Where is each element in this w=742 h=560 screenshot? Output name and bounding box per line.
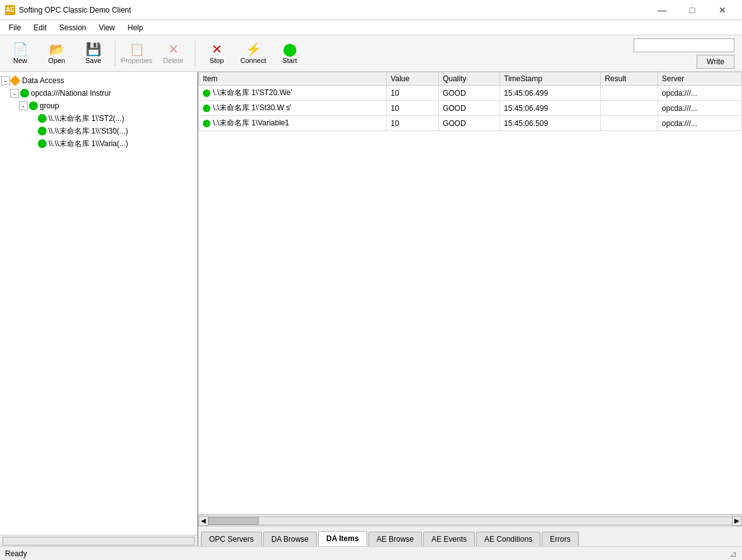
start-label: Start xyxy=(282,57,297,64)
scroll-right-arrow[interactable]: ▶ xyxy=(732,516,742,526)
new-label: New xyxy=(13,57,27,64)
tab-ae-conditions[interactable]: AE Conditions xyxy=(476,532,540,546)
stop-button[interactable]: ✕ Stop xyxy=(199,38,234,69)
col-header-item: Item xyxy=(199,72,387,86)
tree-label-item2: \\.\\末命名库 1\\'St30(...) xyxy=(49,126,128,137)
cell-server-1: opcda:///... xyxy=(658,101,741,116)
tab-ae-events[interactable]: AE Events xyxy=(423,532,475,546)
write-section: Write xyxy=(634,38,739,69)
table-row[interactable]: \.\末命名库 1\'St30.W s' 10 GOOD 15:45:06.49… xyxy=(199,101,742,116)
write-input[interactable] xyxy=(634,38,734,52)
tab-opc-servers[interactable]: OPC Servers xyxy=(201,532,262,546)
main-area: - Data Access - opcda:///National Instru… xyxy=(0,72,742,546)
tree-area[interactable]: - Data Access - opcda:///National Instru… xyxy=(0,72,197,535)
cell-quality-1: GOOD xyxy=(438,101,499,116)
new-icon: 📄 xyxy=(13,43,28,55)
stop-label: Stop xyxy=(210,57,224,64)
cell-server-0: opcda:///... xyxy=(658,86,741,101)
connect-icon: ⚡ xyxy=(246,43,261,55)
right-panel: Item Value Quality TimeStamp Result Serv… xyxy=(198,72,742,546)
table-row[interactable]: \.\末命名库 1\Variable1 10 GOOD 15:45:06.509… xyxy=(199,116,742,131)
row-dot-2 xyxy=(203,120,210,127)
write-button[interactable]: Write xyxy=(697,55,734,69)
tab-errors[interactable]: Errors xyxy=(542,532,579,546)
toolbar: 📄 New 📂 Open 💾 Save 📋 Properties ✕ Delet… xyxy=(0,35,742,72)
tree-node-item2[interactable]: \\.\\末命名库 1\\'St30(...) xyxy=(0,125,197,137)
resize-grip: ⊿ xyxy=(729,549,737,559)
item1-dot-icon xyxy=(38,114,47,123)
menu-file[interactable]: File xyxy=(3,22,27,33)
toolbar-separator-1 xyxy=(115,41,115,66)
scroll-track[interactable] xyxy=(208,517,732,525)
minimize-button[interactable]: — xyxy=(648,0,676,20)
expander-group[interactable]: - xyxy=(19,101,28,110)
tab-da-browse[interactable]: DA Browse xyxy=(263,532,317,546)
maximize-button[interactable]: □ xyxy=(678,0,707,20)
leaf-spacer-3 xyxy=(28,139,37,148)
col-header-server: Server xyxy=(658,72,741,86)
data-table: Item Value Quality TimeStamp Result Serv… xyxy=(198,72,742,131)
item3-dot-icon xyxy=(38,139,47,148)
col-header-result: Result xyxy=(601,72,658,86)
tree-node-item3[interactable]: \\.\\末命名库 1\\Varia(...) xyxy=(0,137,197,150)
cell-result-1 xyxy=(601,101,658,116)
title-bar-controls: — □ ✕ xyxy=(648,0,737,20)
status-bar: Ready ⊿ xyxy=(0,546,742,560)
leaf-spacer-1 xyxy=(28,114,37,123)
open-button[interactable]: 📂 Open xyxy=(39,38,74,69)
tree-label-group: group xyxy=(40,101,59,110)
tree-label-item3: \\.\\末命名库 1\\Varia(...) xyxy=(49,139,128,149)
open-icon: 📂 xyxy=(49,43,65,55)
cell-result-0 xyxy=(601,86,658,101)
menu-help[interactable]: Help xyxy=(122,22,150,33)
tab-ae-browse[interactable]: AE Browse xyxy=(368,532,422,546)
connect-label: Connect xyxy=(241,57,266,64)
cell-value-1: 10 xyxy=(387,101,439,116)
left-panel-bottom xyxy=(0,535,197,546)
delete-icon: ✕ xyxy=(168,43,179,55)
menu-session[interactable]: Session xyxy=(53,22,93,33)
tree-node-group[interactable]: - group xyxy=(0,100,197,112)
cell-timestamp-0: 15:45:06.499 xyxy=(500,86,601,101)
open-label: Open xyxy=(49,57,66,64)
horizontal-scrollbar[interactable]: ◀ ▶ xyxy=(198,515,742,526)
new-button[interactable]: 📄 New xyxy=(3,38,38,69)
cell-value-0: 10 xyxy=(387,86,439,101)
title-bar: AE Softing OPC Classic Demo Client — □ ✕ xyxy=(0,0,742,20)
left-panel-scrollbar[interactable] xyxy=(3,537,195,546)
tree-label-server: opcda:///National Instrur xyxy=(31,89,111,98)
diamond-icon xyxy=(10,76,21,86)
row-dot-1 xyxy=(203,105,210,112)
start-button[interactable]: ⬤ Start xyxy=(272,38,307,69)
tree-node-server[interactable]: - opcda:///National Instrur xyxy=(0,87,197,100)
table-row[interactable]: \.\末命名库 1\'ST20.We' 10 GOOD 15:45:06.499… xyxy=(199,86,742,101)
cell-value-2: 10 xyxy=(387,116,439,131)
window-title: Softing OPC Classic Demo Client xyxy=(19,6,131,14)
save-button[interactable]: 💾 Save xyxy=(76,38,111,69)
item2-dot-icon xyxy=(38,127,47,135)
server-dot-icon xyxy=(20,89,29,98)
delete-button[interactable]: ✕ Delete xyxy=(156,38,191,69)
properties-button[interactable]: 📋 Properties xyxy=(119,38,154,69)
row-dot-0 xyxy=(203,89,210,97)
close-button[interactable]: ✕ xyxy=(708,0,737,20)
app-icon: AE xyxy=(5,5,15,15)
tree-node-data-access[interactable]: - Data Access xyxy=(0,74,197,87)
menu-view[interactable]: View xyxy=(93,22,122,33)
expander-server[interactable]: - xyxy=(10,89,19,98)
scroll-thumb[interactable] xyxy=(208,517,259,525)
table-area[interactable]: Item Value Quality TimeStamp Result Serv… xyxy=(198,72,742,515)
connect-button[interactable]: ⚡ Connect xyxy=(236,38,271,69)
properties-icon: 📋 xyxy=(129,43,145,55)
col-header-value: Value xyxy=(387,72,439,86)
tree-node-item1[interactable]: \\.\\末命名库 1\'ST2(...) xyxy=(0,112,197,125)
menu-edit[interactable]: Edit xyxy=(27,22,53,33)
start-icon: ⬤ xyxy=(283,43,297,55)
expander-data-access[interactable]: - xyxy=(1,76,10,85)
left-panel: - Data Access - opcda:///National Instru… xyxy=(0,72,198,546)
cell-item-0: \.\末命名库 1\'ST20.We' xyxy=(199,86,387,101)
tab-da-items[interactable]: DA Items xyxy=(318,531,367,546)
cell-timestamp-2: 15:45:06.509 xyxy=(500,116,601,131)
scroll-left-arrow[interactable]: ◀ xyxy=(198,516,208,526)
title-bar-left: AE Softing OPC Classic Demo Client xyxy=(5,5,131,15)
